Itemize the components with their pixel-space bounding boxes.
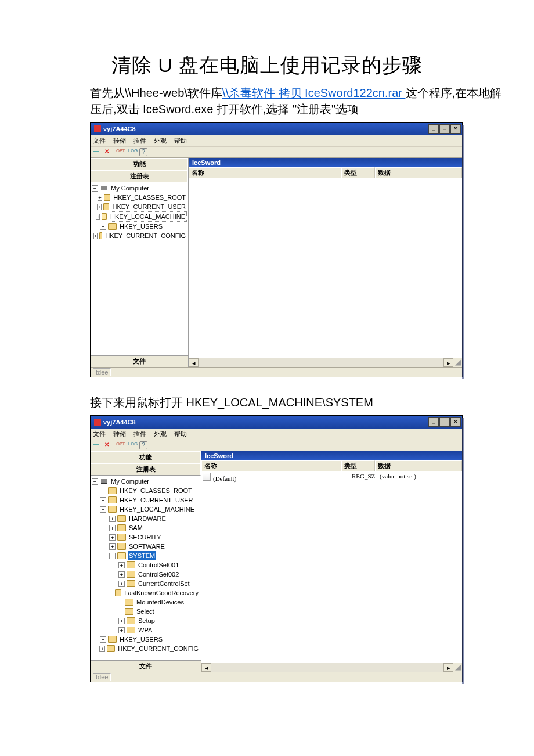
menu-dump[interactable]: 转储 [113, 430, 126, 437]
menu-view[interactable]: 外观 [154, 430, 167, 437]
value-row[interactable]: (Default) REG_SZ (value not set) [203, 473, 461, 482]
tree-key[interactable]: SECURITY [128, 532, 163, 542]
minimize-button[interactable]: _ [428, 417, 439, 427]
tree-root[interactable]: My Computer [110, 477, 150, 486]
registry-tree[interactable]: −My Computer +HKEY_CLASSES_ROOT +HKEY_CU… [91, 476, 201, 660]
expand-icon[interactable]: + [118, 618, 125, 624]
titlebar[interactable]: vyj7A44C8 _ □ × [91, 416, 462, 429]
tree-key[interactable]: ControlSet001 [137, 560, 180, 570]
file-header[interactable]: 文件 [91, 355, 188, 367]
expand-icon[interactable]: + [118, 571, 125, 578]
close-button[interactable]: × [450, 124, 461, 134]
resize-grip-icon[interactable]: ◢ [453, 358, 462, 367]
tree-key[interactable]: HKEY_USERS [118, 222, 164, 231]
tree-key[interactable]: WPA [137, 625, 153, 635]
maximize-button[interactable]: □ [439, 417, 450, 427]
menu-dump[interactable]: 转储 [113, 137, 126, 144]
close-button[interactable]: × [450, 417, 461, 427]
scroll-right-icon[interactable]: ▸ [443, 663, 453, 672]
menu-file[interactable]: 文件 [93, 430, 106, 437]
help-icon[interactable]: ? [139, 441, 147, 449]
expand-icon[interactable]: − [92, 185, 98, 192]
stop-icon[interactable]: ✕ [104, 441, 113, 449]
scroll-left-icon[interactable]: ◂ [189, 358, 199, 367]
col-data[interactable]: 数据 [375, 167, 462, 178]
menu-plugin[interactable]: 插件 [134, 430, 146, 437]
tree-key[interactable]: HKEY_CLASSES_ROOT [118, 486, 193, 495]
refresh-icon[interactable]: — [93, 148, 101, 156]
log-icon[interactable]: LOG [128, 148, 136, 156]
menu-view[interactable]: 外观 [154, 137, 167, 144]
tree-key[interactable]: HARDWARE [128, 514, 167, 523]
expand-icon[interactable]: + [118, 562, 125, 568]
tree-key[interactable]: HKEY_CURRENT_CONFIG [117, 644, 200, 653]
expand-icon[interactable]: + [99, 646, 105, 652]
tree-key-hklm[interactable]: HKEY_LOCAL_MACHINE [109, 211, 187, 222]
tree-key[interactable]: MountedDevices [135, 597, 185, 607]
scroll-left-icon[interactable]: ◂ [201, 663, 211, 672]
tree-key[interactable]: ControlSet002 [137, 570, 180, 579]
expand-icon[interactable]: + [93, 233, 98, 239]
maximize-button[interactable]: □ [439, 124, 450, 134]
col-type[interactable]: 类型 [341, 460, 375, 471]
expand-icon[interactable]: − [109, 553, 116, 559]
tree-key-system[interactable]: SYSTEM [128, 551, 156, 560]
menu-plugin[interactable]: 插件 [134, 137, 146, 144]
opt-icon[interactable]: OPT [116, 148, 124, 156]
resize-grip-icon[interactable]: ◢ [453, 663, 462, 672]
registry-tree[interactable]: −My Computer +HKEY_CLASSES_ROOT +HKEY_CU… [91, 182, 188, 355]
help-icon[interactable]: ? [139, 148, 147, 156]
col-type[interactable]: 类型 [341, 167, 375, 178]
func-header[interactable]: 功能 [91, 451, 201, 463]
expand-icon[interactable]: + [96, 214, 100, 220]
expand-icon[interactable]: + [109, 525, 116, 531]
minimize-button[interactable]: _ [428, 124, 439, 134]
expand-icon[interactable]: + [118, 581, 125, 587]
col-name[interactable]: 名称 [201, 460, 341, 471]
log-icon[interactable]: LOG [128, 441, 136, 449]
menu-file[interactable]: 文件 [93, 137, 106, 144]
tree-key[interactable]: SOFTWARE [128, 542, 166, 551]
tree-key[interactable]: HKEY_CLASSES_ROOT [112, 193, 187, 202]
expand-icon[interactable]: + [100, 636, 106, 643]
tree-key[interactable]: HKEY_CURRENT_USER [118, 495, 194, 505]
opt-icon[interactable]: OPT [116, 441, 124, 449]
expand-icon[interactable]: − [92, 478, 98, 485]
col-name[interactable]: 名称 [189, 167, 341, 178]
expand-icon[interactable]: + [100, 497, 106, 503]
col-data[interactable]: 数据 [375, 460, 462, 471]
tree-key[interactable]: HKEY_USERS [118, 635, 164, 644]
func-header[interactable]: 功能 [91, 158, 188, 170]
expand-icon[interactable]: + [109, 543, 116, 550]
menu-help[interactable]: 帮助 [174, 430, 187, 437]
titlebar[interactable]: vyj7A44C8 _ □ × [91, 123, 462, 135]
tree-key[interactable]: SAM [128, 523, 144, 532]
menu-help[interactable]: 帮助 [174, 137, 187, 144]
tree-key[interactable]: Select [135, 607, 156, 616]
expand-icon[interactable]: + [109, 516, 116, 522]
hscrollbar[interactable]: ◂ ▸ ◢ [189, 358, 462, 367]
refresh-icon[interactable]: — [93, 441, 101, 449]
expand-icon[interactable]: + [98, 195, 102, 201]
expand-icon[interactable]: + [118, 627, 125, 633]
scroll-right-icon[interactable]: ▸ [443, 358, 453, 367]
folder-icon [117, 534, 126, 541]
hscrollbar[interactable]: ◂ ▸ ◢ [201, 663, 462, 672]
tree-key[interactable]: HKEY_CURRENT_CONFIG [104, 231, 187, 240]
tree-key[interactable]: LastKnownGoodRecovery [123, 588, 200, 597]
tree-key[interactable]: CurrentControlSet [137, 579, 191, 588]
stop-icon[interactable]: ✕ [104, 148, 113, 156]
expand-icon[interactable]: − [100, 506, 106, 513]
expand-icon[interactable]: + [100, 488, 106, 494]
file-header[interactable]: 文件 [91, 660, 201, 672]
registry-header[interactable]: 注册表 [91, 463, 201, 476]
expand-icon[interactable]: + [97, 204, 102, 210]
tree-key-hklm[interactable]: HKEY_LOCAL_MACHINE [118, 505, 196, 514]
registry-header[interactable]: 注册表 [91, 170, 188, 182]
tree-root[interactable]: My Computer [110, 183, 150, 193]
download-link[interactable]: \\杀毒软件 拷贝 IceSword122cn.rar [222, 87, 406, 99]
expand-icon[interactable]: + [109, 534, 116, 541]
expand-icon[interactable]: + [100, 224, 106, 230]
tree-key[interactable]: HKEY_CURRENT_USER [111, 202, 187, 211]
tree-key[interactable]: Setup [137, 616, 156, 625]
